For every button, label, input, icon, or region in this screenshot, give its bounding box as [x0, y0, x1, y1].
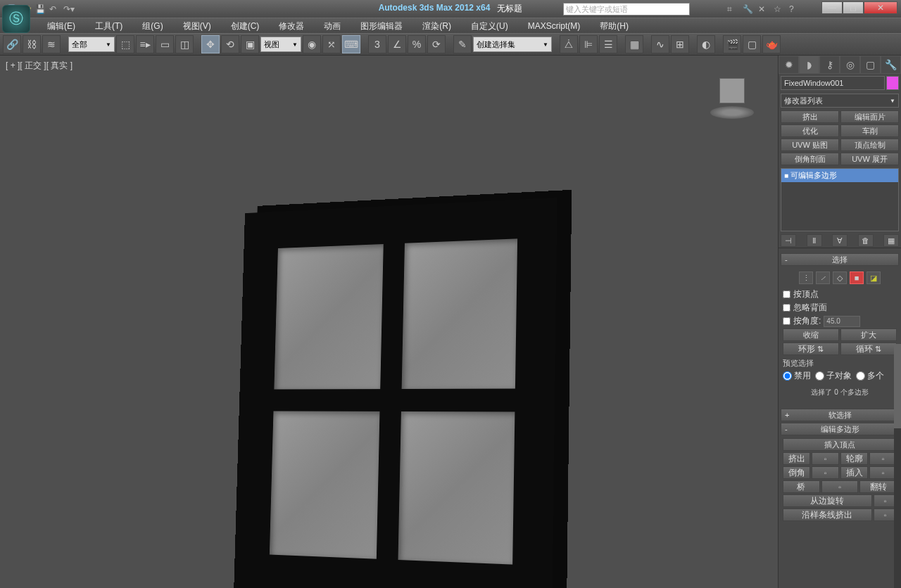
selection-filter[interactable]: 全部 — [68, 37, 115, 52]
infocenter-icon[interactable]: ⌗ — [727, 4, 737, 14]
menu-views[interactable]: 视图(V) — [173, 18, 221, 34]
preview-off-radio[interactable]: 禁用 — [783, 370, 811, 382]
percent-snap-icon[interactable]: % — [408, 35, 426, 53]
material-editor-icon[interactable]: ◐ — [697, 35, 715, 53]
object-name-input[interactable] — [781, 76, 885, 90]
bind-icon[interactable]: ≋ — [42, 35, 61, 53]
modifier-stack[interactable]: 可编辑多边形 — [781, 168, 899, 231]
by-vertex-check[interactable]: 按顶点 — [783, 288, 897, 300]
mod-vertex-paint[interactable]: 顶点绘制 — [840, 139, 899, 151]
mod-uvw-map[interactable]: UVW 贴图 — [781, 139, 839, 151]
schematic-icon[interactable]: ⊞ — [671, 35, 689, 53]
ref-coord-system[interactable]: 视图 — [260, 37, 301, 52]
subobj-polygon-icon[interactable]: ■ — [850, 271, 864, 284]
inset-button[interactable]: 插入 — [840, 466, 868, 479]
menu-maxscript[interactable]: MAXScript(M) — [518, 18, 591, 34]
preview-sub-radio[interactable]: 子对象 — [815, 370, 852, 382]
mirror-icon[interactable]: ⧊ — [560, 35, 578, 53]
unlink-icon[interactable]: ⛓ — [23, 35, 41, 53]
ring-button[interactable]: 环形 ⇅ — [783, 343, 839, 355]
render-frame-icon[interactable]: ▢ — [743, 35, 761, 53]
display-tab-icon[interactable]: ▢ — [860, 56, 881, 74]
grow-button[interactable]: 扩大 — [840, 328, 897, 341]
menu-create[interactable]: 创建(C) — [221, 18, 270, 34]
rollout-soft-selection[interactable]: 软选择 — [781, 409, 899, 421]
menu-edit[interactable]: 编辑(E) — [37, 18, 85, 34]
bevel-button[interactable]: 倒角 — [783, 466, 810, 479]
manipulate-icon[interactable]: ⤱ — [322, 35, 341, 53]
menu-modifiers[interactable]: 修改器 — [269, 18, 314, 34]
window-crossing-icon[interactable]: ◫ — [175, 35, 194, 53]
angle-spinner[interactable]: 45.0 — [824, 316, 860, 327]
named-selection-set[interactable]: 创建选择集 — [473, 37, 552, 52]
configure-icon[interactable]: ▦ — [883, 234, 899, 247]
close-button[interactable]: ✕ — [864, 1, 897, 14]
pin-stack-icon[interactable]: ⊣ — [781, 234, 796, 247]
menu-group[interactable]: 组(G) — [132, 18, 172, 34]
snap-3-icon[interactable]: 3 — [368, 35, 386, 53]
scale-icon[interactable]: ▣ — [241, 35, 259, 53]
mod-optimize[interactable]: 优化 — [781, 124, 839, 137]
edit-named-icon[interactable]: ✎ — [453, 35, 472, 53]
rollout-edit-polygons[interactable]: 编辑多边形 — [781, 423, 899, 435]
curve-editor-icon[interactable]: ∿ — [651, 35, 669, 53]
modify-tab-icon[interactable]: ◗ — [799, 56, 819, 74]
unique-icon[interactable]: ∀ — [832, 234, 848, 247]
menu-tools[interactable]: 工具(T) — [85, 18, 132, 34]
menu-graph[interactable]: 图形编辑器 — [351, 18, 412, 34]
select-region-icon[interactable]: ▭ — [156, 35, 174, 53]
undo-icon[interactable]: ↶ — [49, 4, 59, 14]
bridge-settings-icon[interactable]: ▫ — [821, 480, 859, 493]
hinge-button[interactable]: 从边旋转 — [783, 494, 872, 507]
help-icon[interactable]: ? — [789, 4, 799, 14]
render-icon[interactable]: 🫖 — [762, 35, 781, 53]
ignore-backfacing-check[interactable]: 忽略背面 — [783, 302, 897, 314]
mod-uvw-unwrap[interactable]: UVW 展开 — [840, 153, 899, 165]
subobj-element-icon[interactable]: ◪ — [867, 271, 881, 284]
modifier-list-dropdown[interactable]: 修改器列表 — [781, 94, 899, 108]
stack-item-editable-poly[interactable]: 可编辑多边形 — [781, 169, 898, 182]
mod-lathe[interactable]: 车削 — [840, 124, 899, 137]
motion-tab-icon[interactable]: ◎ — [840, 56, 860, 74]
star-icon[interactable]: ☆ — [774, 4, 783, 14]
create-tab-icon[interactable]: ✹ — [779, 56, 799, 74]
loop-button[interactable]: 循环 ⇅ — [840, 343, 897, 355]
help-search[interactable]: 键入关键字或短语 — [563, 3, 690, 15]
insert-vertex-button[interactable]: 插入顶点 — [783, 438, 897, 451]
bridge-button[interactable]: 桥 — [783, 480, 820, 493]
flip-button[interactable]: 翻转 — [859, 480, 897, 493]
spinner-snap-icon[interactable]: ⟳ — [427, 35, 446, 53]
rotate-icon[interactable]: ⟲ — [221, 35, 239, 53]
inset-settings-icon[interactable]: ▫ — [869, 466, 897, 479]
align-icon[interactable]: ⊫ — [579, 35, 598, 53]
bevel-settings-icon[interactable]: ▫ — [812, 466, 839, 479]
viewcube[interactable] — [707, 77, 757, 119]
key-icon[interactable]: 🔧 — [743, 4, 752, 14]
save-icon[interactable]: 💾 — [35, 4, 45, 14]
subobj-edge-icon[interactable]: ⟋ — [816, 271, 830, 284]
extrude-settings-icon[interactable]: ▫ — [812, 452, 839, 465]
shrink-button[interactable]: 收缩 — [783, 328, 839, 341]
exchange-icon[interactable]: ✕ — [758, 4, 768, 14]
show-end-icon[interactable]: Ⅱ — [807, 234, 822, 247]
rollout-selection[interactable]: 选择 — [781, 253, 899, 266]
extrude-button[interactable]: 挤出 — [783, 452, 810, 465]
layer-icon[interactable]: ☰ — [599, 35, 617, 53]
link-icon[interactable]: 🔗 — [3, 35, 21, 53]
by-angle-check[interactable]: 按角度: 45.0 — [783, 315, 897, 327]
panel-scrollbar[interactable] — [894, 344, 901, 588]
outline-settings-icon[interactable]: ▫ — [869, 452, 897, 465]
mod-extrude[interactable]: 挤出 — [781, 110, 839, 123]
angle-snap-icon[interactable]: ∠ — [388, 35, 406, 53]
outline-button[interactable]: 轮廓 — [840, 452, 868, 465]
select-name-icon[interactable]: ≡▸ — [136, 35, 154, 53]
mod-edit-patch[interactable]: 编辑面片 — [840, 110, 899, 123]
mod-chamfer-profile[interactable]: 倒角剖面 — [781, 153, 839, 165]
pivot-icon[interactable]: ◉ — [303, 35, 321, 53]
viewport[interactable]: [ + ][ 正交 ][ 真实 ] — [0, 56, 778, 588]
subobj-vertex-icon[interactable]: ⋮ — [799, 271, 813, 284]
menu-render[interactable]: 渲染(R) — [412, 18, 461, 34]
utilities-tab-icon[interactable]: 🔧 — [881, 56, 901, 74]
maximize-button[interactable]: ◻ — [843, 1, 864, 14]
app-menu-button[interactable]: Ⓢ — [2, 5, 30, 33]
